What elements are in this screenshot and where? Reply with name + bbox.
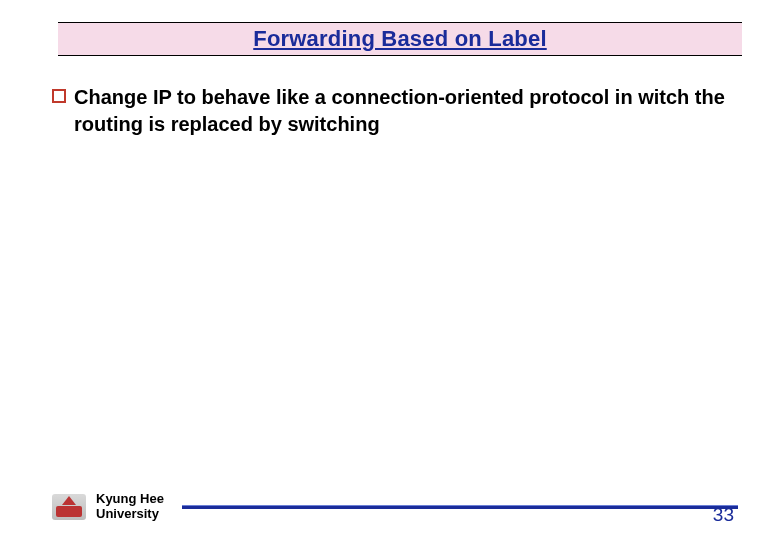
- content-area: Change IP to behave like a connection-or…: [52, 84, 730, 138]
- slide-title: Forwarding Based on Label: [253, 26, 546, 52]
- university-name-line1: Kyung Hee: [96, 492, 164, 507]
- university-name: Kyung Hee University: [96, 492, 164, 522]
- page-number: 33: [713, 504, 734, 526]
- bullet-text: Change IP to behave like a connection-or…: [74, 84, 730, 138]
- footer: Kyung Hee University 33: [52, 492, 742, 522]
- university-logo-icon: [52, 494, 86, 520]
- footer-row: Kyung Hee University: [52, 492, 742, 522]
- square-bullet-icon: [52, 89, 66, 103]
- title-bar: Forwarding Based on Label: [58, 22, 742, 56]
- university-name-line2: University: [96, 507, 164, 522]
- bullet-item: Change IP to behave like a connection-or…: [52, 84, 730, 138]
- slide: Forwarding Based on Label Change IP to b…: [0, 0, 780, 540]
- footer-divider: [182, 505, 738, 509]
